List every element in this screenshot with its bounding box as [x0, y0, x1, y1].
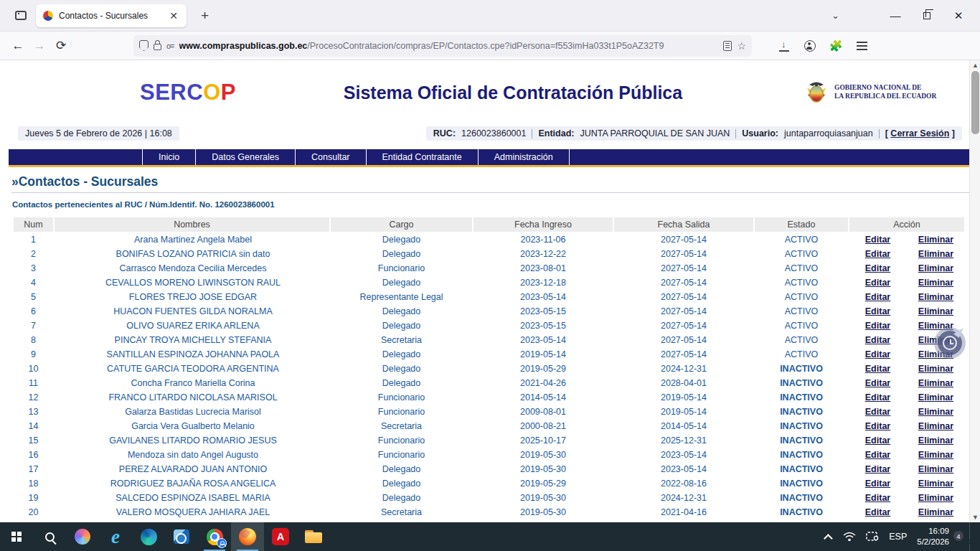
edit-link[interactable]: Editar — [865, 249, 890, 259]
table-row: 15GAVILANES LITARDO ROMARIO JESUSFuncion… — [14, 434, 964, 447]
nav-item-consultar[interactable]: Consultar — [296, 149, 367, 165]
overlay-clock-widget[interactable] — [934, 327, 966, 359]
browser-tab[interactable]: Contactos - Sucursales ✕ — [36, 4, 187, 27]
delete-link[interactable]: Eliminar — [918, 450, 953, 460]
delete-link[interactable]: Eliminar — [918, 235, 953, 245]
toolbar-icons: 🧩 — [773, 35, 872, 57]
file-explorer-icon[interactable] — [297, 522, 330, 551]
edit-link[interactable]: Editar — [865, 407, 890, 417]
edit-link[interactable]: Editar — [865, 507, 890, 517]
close-button[interactable]: ✕ — [943, 1, 974, 30]
delete-link[interactable]: Eliminar — [918, 507, 953, 517]
delete-link[interactable]: Eliminar — [918, 435, 953, 446]
outlook-icon[interactable] — [165, 522, 198, 551]
extensions-puzzle-icon[interactable]: 🧩 — [825, 35, 847, 57]
edit-link[interactable]: Editar — [865, 378, 890, 388]
edit-link[interactable]: Editar — [865, 493, 890, 503]
cell-nombre: FRANCO LITARDO NICOLASA MARISOL — [55, 391, 329, 404]
delete-link[interactable]: Eliminar — [918, 306, 953, 316]
acrobat-icon[interactable]: A — [264, 522, 297, 551]
reader-mode-icon[interactable] — [723, 41, 732, 51]
reload-button[interactable]: ⟳ — [50, 35, 72, 57]
bookmark-star-icon[interactable]: ☆ — [737, 40, 746, 52]
edit-link[interactable]: Editar — [865, 335, 890, 345]
tab-favicon-icon — [43, 11, 53, 21]
maximize-button[interactable] — [911, 1, 943, 30]
url-bar[interactable]: o= www.compraspublicas.gob.ec/ProcesoCon… — [133, 35, 752, 57]
delete-link[interactable]: Eliminar — [918, 407, 953, 417]
chrome-icon[interactable] — [198, 522, 231, 551]
cell-fecha-ingreso: 2023-05-14 — [473, 291, 613, 303]
nav-item-entidad-contratante[interactable]: Entidad Contratante — [367, 149, 479, 165]
logout-link[interactable]: Cerrar Sesión — [890, 128, 949, 138]
wifi-icon[interactable] — [843, 532, 856, 542]
delete-link[interactable]: Eliminar — [918, 292, 953, 302]
nav-item-datos-generales[interactable]: Datos Generales — [196, 149, 296, 165]
account-icon[interactable] — [799, 35, 821, 57]
start-button[interactable] — [0, 522, 33, 551]
delete-link[interactable]: Eliminar — [918, 464, 953, 474]
downloads-icon[interactable] — [773, 35, 795, 57]
edit-link[interactable]: Editar — [865, 292, 890, 302]
copilot-icon[interactable] — [66, 522, 99, 551]
firefox-icon[interactable] — [231, 522, 264, 551]
taskbar: e A ESP 16:09 5/2/2026 4 — [0, 522, 980, 551]
edit-link[interactable]: Editar — [865, 321, 890, 331]
delete-link[interactable]: Eliminar — [918, 493, 953, 503]
delete-link[interactable]: Eliminar — [918, 263, 953, 273]
cell-fecha-ingreso: 2019-05-29 — [473, 477, 613, 490]
lock-icon[interactable] — [154, 44, 161, 50]
back-button[interactable]: ← — [7, 35, 29, 57]
taskbar-search-icon[interactable] — [33, 522, 66, 551]
edit-link[interactable]: Editar — [865, 464, 890, 474]
cell-estado: INACTIVO — [755, 434, 848, 447]
cell-cargo: Delegado — [331, 491, 472, 504]
tray-clock[interactable]: 16:09 5/2/2026 — [917, 526, 949, 547]
tracking-shield-icon[interactable] — [139, 40, 149, 51]
nav-item-administración[interactable]: Administración — [479, 149, 570, 165]
edit-link[interactable]: Editar — [865, 450, 890, 460]
scroll-up-arrow-icon[interactable]: ▲ — [970, 60, 980, 70]
scroll-down-arrow-icon[interactable]: ▼ — [970, 512, 980, 522]
cell-estado: ACTIVO — [755, 305, 848, 318]
tray-chevron-icon[interactable] — [824, 534, 833, 543]
delete-link[interactable]: Eliminar — [918, 278, 953, 288]
delete-link[interactable]: Eliminar — [918, 392, 953, 402]
permissions-icon[interactable]: o= — [166, 42, 174, 50]
separator — [879, 129, 880, 138]
usuario-value: juntaparroquiasanjuan — [784, 128, 873, 138]
edit-link[interactable]: Editar — [865, 392, 890, 402]
edit-link[interactable]: Editar — [865, 278, 890, 288]
edit-link[interactable]: Editar — [865, 421, 890, 431]
scrollbar-thumb[interactable] — [971, 71, 979, 134]
firefox-view-icon[interactable] — [11, 6, 30, 25]
edge-icon[interactable] — [132, 522, 165, 551]
edit-link[interactable]: Editar — [865, 479, 890, 489]
edit-link[interactable]: Editar — [865, 235, 890, 245]
edit-link[interactable]: Editar — [865, 435, 890, 446]
edit-link[interactable]: Editar — [865, 306, 890, 316]
app-menu-icon[interactable] — [851, 35, 872, 57]
minimize-button[interactable]: — — [880, 1, 911, 30]
tray-display-icon[interactable] — [866, 532, 879, 542]
new-tab-button[interactable]: + — [195, 6, 215, 25]
nav-item-inicio[interactable]: Inicio — [142, 149, 196, 165]
edit-link[interactable]: Editar — [865, 263, 890, 273]
page-subtitle: Contactos pertenecientes al RUC / Núm.Id… — [12, 200, 971, 209]
forward-button[interactable]: → — [29, 35, 50, 57]
language-indicator[interactable]: ESP — [889, 532, 907, 542]
tab-close-icon[interactable]: ✕ — [168, 10, 179, 22]
edit-link[interactable]: Editar — [865, 364, 890, 374]
delete-link[interactable]: Eliminar — [918, 378, 953, 388]
page-scrollbar[interactable]: ▲ ▼ — [969, 60, 980, 522]
cell-nombre: Mendoza sin dato Angel Augusto — [55, 448, 329, 461]
edit-link[interactable]: Editar — [865, 349, 890, 359]
delete-link[interactable]: Eliminar — [918, 364, 953, 374]
delete-link[interactable]: Eliminar — [918, 249, 953, 259]
delete-link[interactable]: Eliminar — [918, 479, 953, 489]
internet-explorer-icon[interactable]: e — [99, 522, 132, 551]
delete-link[interactable]: Eliminar — [918, 421, 953, 431]
cell-cargo: Delegado — [331, 463, 472, 476]
show-desktop-strip[interactable] — [969, 522, 973, 551]
tab-list-chevron-icon[interactable]: ⌄ — [831, 10, 839, 21]
